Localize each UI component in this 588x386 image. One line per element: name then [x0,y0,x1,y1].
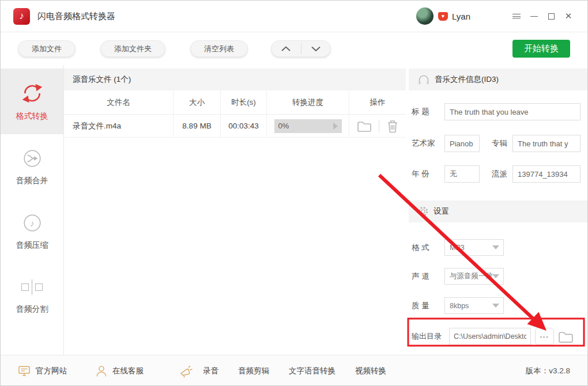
move-up-button[interactable] [272,41,301,56]
id3-artist-label: 艺术家 [412,138,444,149]
footer-link-support[interactable]: 在线客服 [96,365,144,377]
footer-link-video-convert[interactable]: 视频转换 [355,366,386,376]
footer-link-website[interactable]: 官方网站 [18,365,67,377]
minimize-button[interactable] [525,7,542,25]
file-list-header: 源音乐文件 (1个) [64,69,406,90]
toolbar: 添加文件 添加文件夹 清空列表 开始转换 [1,32,587,65]
gear-icon [417,206,429,217]
add-file-button[interactable]: 添加文件 [18,40,76,57]
dropdown-arrow-icon [492,245,499,249]
megaphone-icon [179,365,193,378]
col-size: 大小 [174,90,221,114]
sidebar-item-label: 音频合并 [16,176,48,186]
sidebar-item-label: 音频压缩 [16,240,48,251]
app-logo-icon: ♪ [13,8,30,25]
headphones-icon [417,74,430,85]
play-icon[interactable] [333,123,338,130]
col-progress: 转换进度 [267,90,349,114]
sidebar-item-audio-split[interactable]: 音频分割 [1,263,63,328]
username[interactable]: Lyan [452,12,470,21]
person-icon [96,365,107,377]
id3-artist-field[interactable]: Pianob [444,135,480,152]
footer: 官方网站 在线客服 录音 音频剪辑 文字语音转换 视频转换 版本：v3.2.8 [1,355,587,386]
sidebar-item-audio-merge[interactable]: 音频合并 [1,134,63,199]
table-header: 文件名 大小 时长(s) 转换进度 操作 [64,90,406,115]
move-down-button[interactable] [301,41,331,56]
sidebar-item-format-convert[interactable]: 格式转换 [1,69,63,134]
footer-link-audio-edit[interactable]: 音频剪辑 [238,366,269,376]
col-operation: 操作 [349,97,406,108]
file-list-title: 源音乐文件 (1个) [73,74,131,85]
sidebar: 格式转换 音频合并 ♪ 音频压缩 [1,65,64,355]
music-note-icon: ♪ [21,212,43,234]
chevron-up-icon [281,46,291,51]
id3-genre-field[interactable]: 139774_13934 [512,165,581,183]
table-row[interactable]: 录音文件.m4a 8.89 MB 00:03:43 0% [64,115,406,138]
browse-button[interactable]: ··· [535,328,554,345]
footer-link-tts[interactable]: 文字语音转换 [289,366,336,376]
progress-value: 0% [278,122,289,130]
sidebar-item-label: 格式转换 [16,111,48,122]
app-title: 闪电音频格式转换器 [37,11,115,22]
right-panel: 音乐文件信息(ID3) 标 题 The truth that you leave… [409,65,587,355]
footer-link-label: 在线客服 [112,366,144,376]
start-convert-button[interactable]: 开始转换 [512,40,570,58]
output-folder-icon[interactable] [558,330,574,343]
clear-list-button[interactable]: 清空列表 [190,40,248,57]
output-dir-label: 输出目录 [412,331,449,342]
id3-year-label: 年 份 [412,169,444,179]
titlebar: ♪ 闪电音频格式转换器 ♥ Lyan ✕ [1,1,587,32]
monitor-icon [18,365,31,377]
output-dir-input[interactable] [449,328,531,345]
chevron-down-icon [311,46,321,51]
sidebar-item-audio-compress[interactable]: ♪ 音频压缩 [1,199,63,263]
file-name: 录音文件.m4a [64,115,174,137]
id3-genre-label: 流派 [492,169,507,179]
id3-year-field[interactable]: 无 [444,165,480,183]
file-size: 8.89 MB [174,115,221,137]
format-label: 格 式 [412,243,444,253]
user-avatar[interactable] [416,7,434,25]
split-icon [21,277,43,298]
quality-value: 8kbps [450,302,469,310]
refresh-arrows-icon [21,82,44,105]
maximize-button[interactable] [542,7,560,25]
id3-title-field[interactable]: The truth that you leave [444,103,581,120]
footer-link-label: 官方网站 [36,366,67,376]
quality-select[interactable]: 8kbps [444,297,504,314]
svg-text:♪: ♪ [30,218,35,228]
id3-title-label: 标 题 [412,107,444,117]
channel-value: 与源音频一致 [450,271,493,281]
settings-header: 设置 [409,200,587,222]
channel-select[interactable]: 与源音频一致 [444,268,504,285]
file-list-panel: 源音乐文件 (1个) 文件名 大小 时长(s) 转换进度 操作 录音文件.m4a… [64,65,406,355]
dropdown-arrow-icon [492,304,499,308]
format-select[interactable]: MP3 [444,239,504,256]
file-duration: 00:03:43 [221,115,267,137]
open-folder-icon[interactable] [357,120,372,133]
quality-label: 质 量 [412,301,444,311]
progress-bar: 0% [274,119,342,133]
format-value: MP3 [450,244,465,252]
merge-icon [21,147,43,169]
dropdown-arrow-icon [492,274,499,278]
id3-album-field[interactable]: The truth that y [512,135,581,152]
version-label: 版本：v3.2.8 [526,366,570,376]
add-folder-button[interactable]: 添加文件夹 [100,40,165,57]
col-filename: 文件名 [64,90,174,114]
ops-divider [379,120,379,133]
close-button[interactable]: ✕ [560,7,577,25]
channel-label: 声 道 [412,271,444,282]
menu-icon[interactable] [508,7,525,25]
id3-title: 音乐文件信息(ID3) [435,74,499,85]
app-window: ♪ 闪电音频格式转换器 ♥ Lyan ✕ 添加文件 添加文件夹 清空列表 [0,0,588,386]
id3-album-label: 专辑 [492,138,507,149]
footer-link-record[interactable]: 录音 [203,366,218,376]
col-duration: 时长(s) [221,90,267,114]
trash-icon[interactable] [386,119,399,133]
id3-header: 音乐文件信息(ID3) [409,69,587,90]
settings-title: 设置 [434,206,449,217]
vip-badge-icon: ♥ [438,12,448,21]
sidebar-item-label: 音频分割 [16,304,48,315]
